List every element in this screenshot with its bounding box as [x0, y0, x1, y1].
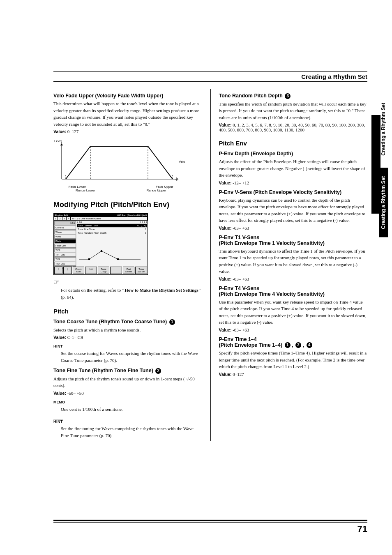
- column-divider: [210, 89, 211, 441]
- scr-side-wave: Wave: [54, 230, 76, 234]
- time-value: Value: 0–127: [219, 372, 368, 377]
- diag-fade-lower: Fade Lower: [59, 185, 95, 189]
- scr-side-tvf: TVF: [54, 248, 76, 252]
- coarse-hint: Set the coarse tuning for Waves comprisi…: [61, 350, 202, 364]
- t4v-value: Value: -63– +63: [219, 327, 368, 332]
- random-title: Tone Random Pitch Depth 3: [219, 93, 368, 99]
- random-value: Value: 0, 1, 2, 3, 4, 5, 6, 7, 8, 9, 10,…: [219, 122, 368, 132]
- diagram-level-label: Level: [54, 139, 62, 143]
- right-column: Tone Random Pitch Depth 3 This specifies…: [219, 89, 368, 441]
- depth-body: Adjusts the effect of the Pitch Envelope…: [219, 158, 368, 179]
- scr-hdr-icons: 1 2 3 4: [140, 221, 147, 223]
- circled-2-icon: 2: [155, 368, 161, 374]
- random-body: This specifies the width of random pitch…: [219, 101, 368, 121]
- scr-tab-2: 2: [58, 217, 62, 220]
- scr-title-left: Rhythm Edit: [55, 214, 68, 216]
- scr-range: 4/16: [54, 221, 76, 225]
- pitch-title: Pitch: [53, 308, 202, 315]
- circled-2b-icon: 2: [295, 342, 301, 348]
- svg-rect-8: [101, 250, 102, 252]
- vsens-title: P-Env V-Sens (Pitch Envelope Velocity Se…: [219, 189, 368, 195]
- modifying-pitch-title: Modifying Pitch (Pitch/Pitch Env): [53, 200, 202, 209]
- fine-memo: One cent is 1/100th of a semitone.: [61, 406, 202, 413]
- scr-side-wmt: WMT: [54, 235, 76, 239]
- svg-text:Velocity: Velocity: [179, 160, 185, 164]
- mod-pitch-note: For details on the setting, refer to "Ho…: [61, 287, 202, 300]
- pointing-hand-icon: ☞: [53, 278, 202, 286]
- vsens-value: Value: -63– +63: [219, 226, 368, 230]
- page-number: 71: [357, 524, 367, 534]
- scr-foot-up: ⇧: [54, 267, 62, 274]
- scr-tab-3: 3: [62, 217, 67, 220]
- memo-label: MEMO: [53, 400, 65, 404]
- header-title: Creating a Rhythm Set: [301, 73, 367, 80]
- diag-range-upper: Range Upper: [146, 189, 166, 192]
- fine-body: Adjusts the pitch of the rhythm tone's s…: [53, 375, 202, 389]
- scr-right-tabs: WT 1-2 One WaveRhythm: [71, 217, 148, 220]
- fine-title: Tone Fine Tune (Rhythm Tone Fine Tune) 2: [53, 368, 202, 374]
- scr-side-tvaenv: TVA Env: [54, 262, 76, 266]
- circled-3-icon: 3: [285, 93, 291, 99]
- fine-value: Value: -50– +50: [53, 391, 202, 396]
- t1v-title: P-Env T1 V-Sens (Pitch Envelope Time 1 V…: [219, 235, 368, 246]
- side-tab-text: Creating a Rhythm Set Creating a Rhythm …: [379, 103, 388, 237]
- time-title: P-Env Time 1–4 (Pitch Envelope Time 1–4)…: [219, 336, 368, 348]
- envelope-diagram: Level Velocity Fade Lower Range Lower: [53, 138, 202, 192]
- scr-foot-partsel: Part Select: [123, 267, 135, 274]
- velo-fade-body: This determines what will happen to the …: [53, 100, 202, 127]
- diag-range-lower: Range Lower: [76, 189, 95, 192]
- scr-foot-tonesw: Tone Sw/Sel: [135, 267, 147, 274]
- fine-hint: Set the fine tuning for Waves comprising…: [61, 425, 202, 439]
- coarse-value: Value: C-1– G9: [53, 335, 202, 340]
- scr-foot-down: ⇩: [63, 267, 71, 274]
- svg-rect-7: [88, 258, 90, 260]
- scr-side-pitchenv: Pitch Env: [54, 244, 76, 248]
- velo-fade-value: Value: 0–127: [53, 129, 202, 134]
- depth-value: Value: -12– +12: [219, 180, 368, 185]
- scr-side-tvfenv: TVF Env: [54, 253, 76, 257]
- page-footer: 71: [53, 520, 367, 534]
- left-column: Velo Fade Upper (Velocity Fade Width Upp…: [53, 89, 202, 441]
- coarse-body: Selects the pitch at which a rhythm tone…: [53, 327, 202, 334]
- scr-title-right: K00 Part [StandardKit1] A 0: [117, 214, 147, 216]
- scr-foot-blank: [110, 267, 122, 274]
- t4v-body: Use this parameter when you want key rel…: [219, 299, 368, 326]
- circled-1b-icon: 1: [285, 342, 291, 348]
- scr-content: # A0 1 2 3 4 Tone Coarse Tune60 (C 4) To…: [76, 221, 148, 266]
- t1v-body: This allows keyboard dynamics to affect …: [219, 248, 368, 275]
- hint-label: HINT: [53, 344, 63, 348]
- circled-4-icon: 4: [307, 342, 312, 348]
- t4v-title: P-Env T4 V-Sens (Pitch Envelope Time 4 V…: [219, 286, 368, 297]
- time-body: Specify the pitch envelope times (Time 1…: [219, 350, 368, 370]
- scr-side-pitch: Pitch: [54, 239, 76, 243]
- scr-tab-1: 1: [54, 217, 58, 220]
- scr-side-general: General: [54, 226, 76, 230]
- circled-1-icon: 1: [169, 319, 175, 325]
- depth-title: P-Env Depth (Envelope Depth): [219, 151, 368, 157]
- scr-hdr-l: # A0: [77, 221, 82, 223]
- svg-rect-9: [117, 258, 119, 260]
- velo-fade-title: Velo Fade Upper (Velocity Fade Width Upp…: [53, 93, 202, 99]
- scr-side-tva: TVA: [54, 257, 76, 261]
- scr-foot-zoom: Zoom Edit: [73, 267, 85, 274]
- scr-foot-tonecopy: Tone Copy: [98, 267, 110, 274]
- vsens-body: Keyboard playing dynamics can be used to…: [219, 197, 368, 224]
- scr-tab-4: 4: [67, 217, 71, 220]
- t1v-value: Value: -63– +63: [219, 276, 368, 281]
- rhythm-edit-screenshot: Rhythm Edit K00 Part [StandardKit1] A 0 …: [53, 213, 148, 275]
- scr-foot-init: Init: [85, 267, 97, 274]
- pitch-env-title: Pitch Env: [219, 140, 368, 147]
- scr-sidebar: 4/16 General Wave WMT Pitch Pitch Env TV…: [54, 221, 76, 266]
- hint-label-2: HINT: [53, 419, 63, 424]
- diag-fade-upper: Fade Upper: [146, 185, 182, 189]
- page-header: Creating a Rhythm Set: [53, 70, 367, 82]
- coarse-title: Tone Coarse Tune (Rhythm Tone Coarse Tun…: [53, 319, 202, 325]
